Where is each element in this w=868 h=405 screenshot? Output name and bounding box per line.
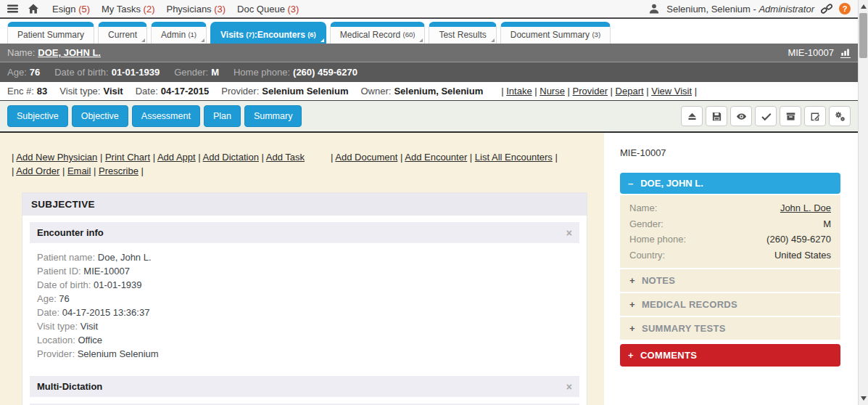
sidebar-section-comments[interactable]: + COMMENTS <box>620 344 840 367</box>
quick-link-prescribe[interactable]: Prescribe <box>99 165 139 176</box>
subjective-button[interactable]: Subjective <box>7 105 68 127</box>
field-value: 01-01-1939 <box>94 279 142 290</box>
home-icon[interactable] <box>28 3 39 15</box>
preview-eye-icon <box>736 111 747 122</box>
separator: | <box>59 165 67 176</box>
edit-button[interactable] <box>804 106 826 126</box>
objective-button[interactable]: Objective <box>72 105 128 127</box>
topbar-item-label: Doc Queue <box>237 4 285 15</box>
archive-button[interactable] <box>780 106 801 126</box>
topbar-item-label: Physicians <box>166 4 211 15</box>
section-label: MEDICAL RECORDS <box>642 299 737 310</box>
content-area: | Add New Physician | Print Chart | Add … <box>0 133 868 405</box>
topbar-item-esign[interactable]: Esign (5) <box>52 4 90 15</box>
help-icon[interactable]: ? <box>839 3 851 15</box>
settings-gears-button[interactable] <box>829 106 851 126</box>
assessment-button[interactable]: Assessment <box>132 105 200 127</box>
scrollbar-thumb[interactable] <box>859 13 867 58</box>
eject-button[interactable] <box>681 106 703 126</box>
archive-icon <box>785 111 796 122</box>
sidebar-field-row: Gender:M <box>620 216 840 232</box>
quick-link-add-order[interactable]: Add Order <box>16 165 59 176</box>
field-label: Home phone: <box>233 67 290 78</box>
topbar: Esign (5)My Tasks (2)Physicians (3)Doc Q… <box>0 0 868 19</box>
field-label: Provider: <box>37 348 78 359</box>
tab-medical-record-60[interactable]: Medical Record (60) <box>330 22 426 44</box>
quick-link-add-encounter[interactable]: Add Encounter <box>405 152 467 163</box>
tab-current[interactable]: Current <box>98 22 147 44</box>
expand-icon: + <box>629 275 635 286</box>
close-icon[interactable]: × <box>566 382 572 392</box>
quick-link-list-all-encounters[interactable]: List All Encounters <box>475 152 553 163</box>
field-row: Patient ID: MIE-10007 <box>37 264 579 278</box>
tab-visits-7-encounters-6[interactable]: Visits (7):Encounters (6) <box>210 22 326 44</box>
encounter-link-provider[interactable]: Provider <box>573 86 608 97</box>
check-button[interactable] <box>755 106 777 126</box>
summary-button[interactable]: Summary <box>244 105 302 127</box>
plan-button[interactable]: Plan <box>204 105 241 127</box>
sidebar-section-medical-records[interactable]: +MEDICAL RECORDS <box>620 292 840 316</box>
tab-label-part: Patient Summary <box>17 30 84 40</box>
chain-link-icon[interactable] <box>821 3 832 15</box>
preview-eye-button[interactable] <box>730 106 752 126</box>
field-label: Provider: <box>221 86 259 97</box>
vertical-scrollbar[interactable] <box>858 0 868 405</box>
field-row: Date of birth: 01-01-1939 <box>37 278 579 292</box>
encounter-link-depart[interactable]: Depart <box>616 86 644 97</box>
hamburger-icon[interactable] <box>7 3 19 15</box>
app-window: Esign (5)My Tasks (2)Physicians (3)Doc Q… <box>0 0 868 405</box>
tab-admin-1[interactable]: Admin (1) <box>151 22 207 44</box>
sidebar-patient-id: MIE-10007 <box>620 147 840 158</box>
encounter-bar: Enc #:83Visit type:VisitDate:04-17-2015P… <box>0 82 868 101</box>
quick-link-add-document[interactable]: Add Document <box>335 152 397 163</box>
field-label: Date: <box>37 307 62 318</box>
close-icon[interactable]: × <box>566 228 572 238</box>
sidebar-section-notes[interactable]: +NOTES <box>620 268 840 292</box>
topbar-item-my-tasks[interactable]: My Tasks (2) <box>102 4 154 15</box>
scroll-down-icon[interactable] <box>861 396 867 401</box>
subjective-card: SUBJECTIVE Encounter info×Patient name: … <box>22 192 587 405</box>
patient-name-bar: Name:DOE, JOHN L. MIE-10007 <box>0 44 868 62</box>
field-value: Selenium, Selenium <box>394 86 483 97</box>
separator: | <box>196 152 203 163</box>
section-label: SUMMARY TESTS <box>642 323 726 334</box>
separator: | <box>91 165 99 176</box>
scroll-up-icon[interactable] <box>861 4 867 9</box>
quick-link-print-chart[interactable]: Print Chart <box>105 152 150 163</box>
tab-test-results[interactable]: Test Results <box>429 22 496 44</box>
encounter-field: Provider:Selenium Selenium <box>221 86 348 97</box>
field-label: Enc #: <box>7 86 34 97</box>
encounter-link-intake[interactable]: Intake <box>506 86 532 97</box>
name-label: Name: <box>7 47 35 58</box>
field-row: Age: 76 <box>37 292 579 306</box>
tab-label-part: Current <box>108 30 137 40</box>
encounter-links: | Intake | Nurse | Provider | Depart | V… <box>501 86 697 97</box>
sidebar-section-summary-tests[interactable]: +SUMMARY TESTS <box>620 316 840 340</box>
tab-document-summary-3[interactable]: Document Summary (3) <box>500 22 611 44</box>
encounter-link-nurse[interactable]: Nurse <box>540 86 565 97</box>
patient-name-link[interactable]: DOE, JOHN L. <box>38 47 101 58</box>
topbar-item-doc-queue[interactable]: Doc Queue (3) <box>237 4 299 15</box>
tab-label-part: (6) <box>307 30 316 38</box>
quick-link-add-appt[interactable]: Add Appt <box>157 152 196 163</box>
encounter-link-view-visit[interactable]: View Visit <box>651 86 692 97</box>
bar-chart-icon[interactable] <box>840 47 851 58</box>
quick-link-add-task[interactable]: Add Task <box>266 152 305 163</box>
quick-link-add-new-physician[interactable]: Add New Physician <box>16 152 97 163</box>
save-button[interactable] <box>706 106 727 126</box>
demographics-field: Age:76 <box>7 67 40 78</box>
quick-link-add-dictation[interactable]: Add Dictation <box>203 152 259 163</box>
tab-label-part: (3) <box>592 30 600 38</box>
field-value: Visit <box>103 86 123 97</box>
tab-label-part: :Encounters <box>255 30 307 40</box>
tab-patient-summary[interactable]: Patient Summary <box>7 22 94 44</box>
soap-buttons: SubjectiveObjectiveAssessmentPlanSummary <box>7 105 305 127</box>
edit-icon <box>810 111 821 122</box>
sidebar-patient-header[interactable]: – DOE, JOHN L. <box>620 173 840 194</box>
field-row: Patient name: Doe, John L. <box>37 250 579 264</box>
patient-name-link[interactable]: John L. Doe <box>780 202 831 215</box>
field-label: Gender: <box>629 218 664 231</box>
topbar-item-physicians[interactable]: Physicians (3) <box>166 4 226 15</box>
quick-link-email[interactable]: Email <box>67 165 91 176</box>
field-value: 83 <box>37 86 47 97</box>
